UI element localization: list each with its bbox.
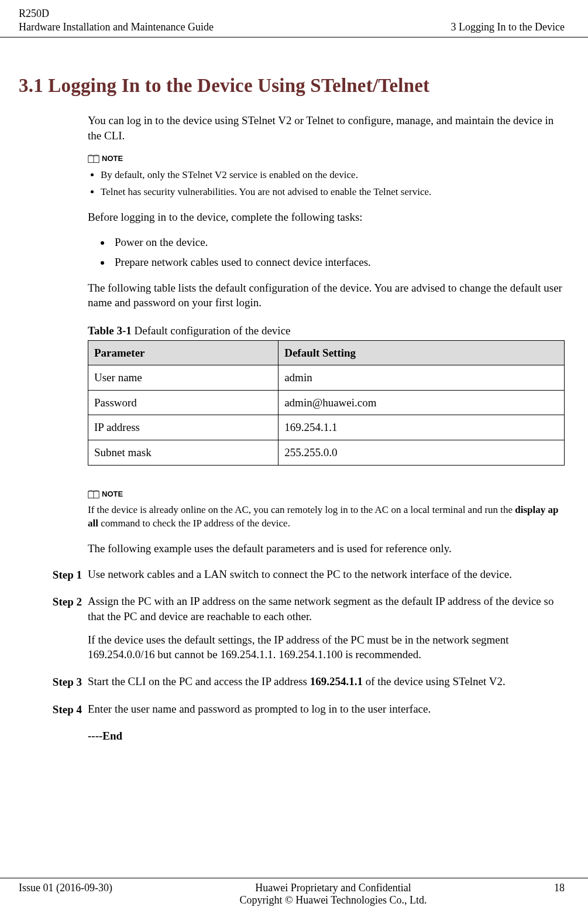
step-4: Step 4 Enter the user name and password … [88, 702, 565, 717]
step3-ip: 169.254.1.1 [310, 675, 363, 687]
guide-title: Hardware Installation and Maintenance Gu… [19, 20, 214, 34]
device-model: R250D [19, 7, 214, 20]
note-block-2: NOTE If the device is already online on … [88, 489, 565, 531]
footer-issue: Issue 01 (2016-09-30) [19, 882, 112, 894]
note-header: NOTE [88, 153, 565, 164]
note-block-1: NOTE By default, only the STelnet V2 ser… [88, 153, 565, 199]
footer-center: Huawei Proprietary and Confidential Copy… [112, 882, 554, 906]
step-body: Use network cables and a LAN switch to c… [88, 567, 565, 583]
page-header: R250D Hardware Installation and Maintena… [0, 0, 588, 37]
step1-para1: Use network cables and a LAN switch to c… [88, 567, 565, 582]
table-header-row: Parameter Default Setting [88, 340, 565, 365]
table-row: Password admin@huawei.com [88, 390, 565, 415]
header-left: R250D Hardware Installation and Maintena… [19, 7, 214, 33]
step2-para2: If the device uses the default settings,… [88, 632, 565, 662]
cell-param: Subnet mask [88, 440, 278, 466]
step-3: Step 3 Start the CLI on the PC and acces… [88, 674, 565, 690]
pre-tasks-list: Power on the device. Prepare network cab… [88, 235, 565, 269]
steps-list: Step 1 Use network cables and a LAN swit… [88, 567, 565, 744]
step-body: Enter the user name and password as prom… [88, 702, 565, 717]
step-1: Step 1 Use network cables and a LAN swit… [88, 567, 565, 583]
note-label: NOTE [102, 489, 123, 499]
chapter-title: 3 Logging In to the Device [451, 20, 565, 34]
note2-post: command to check the IP address of the d… [98, 518, 290, 529]
step-body: Assign the PC with an IP address on the … [88, 594, 565, 662]
end-marker: ----End [88, 728, 565, 744]
table-intro: The following table lists the default co… [88, 280, 565, 310]
cell-value: admin@huawei.com [278, 390, 565, 415]
step-body: Start the CLI on the PC and access the I… [88, 674, 565, 690]
step4-para1: Enter the user name and password as prom… [88, 702, 565, 717]
footer-proprietary: Huawei Proprietary and Confidential [112, 882, 554, 894]
cell-value: admin [278, 365, 565, 391]
table-row: Subnet mask 255.255.0.0 [88, 440, 565, 466]
header-right: 3 Logging In to the Device [451, 20, 565, 34]
table-row: User name admin [88, 365, 565, 391]
cell-param: IP address [88, 415, 278, 440]
cell-value: 255.255.0.0 [278, 440, 565, 466]
cell-param: Password [88, 390, 278, 415]
book-icon [88, 154, 99, 163]
col-header-default: Default Setting [278, 340, 565, 365]
page-footer: Issue 01 (2016-09-30) Huawei Proprietary… [0, 878, 588, 906]
table-caption-text: Default configuration of the device [132, 324, 291, 337]
table-row: IP address 169.254.1.1 [88, 415, 565, 440]
pre-tasks-intro: Before logging in to the device, complet… [88, 210, 565, 225]
step-label: Step 1 [13, 567, 82, 583]
step-label: Step 2 [13, 594, 82, 662]
content-area: You can log in to the device using STeln… [88, 113, 565, 744]
note-label: NOTE [102, 153, 123, 164]
step-label: Step 3 [13, 674, 82, 690]
cell-param: User name [88, 365, 278, 391]
config-table: Parameter Default Setting User name admi… [88, 340, 565, 466]
note2-pre: If the device is already online on the A… [88, 504, 515, 515]
note-header: NOTE [88, 489, 565, 499]
book-icon [88, 490, 99, 499]
intro-paragraph: You can log in to the device using STeln… [88, 113, 565, 143]
footer-copyright: Copyright © Huawei Technologies Co., Ltd… [112, 894, 554, 906]
step3-post: of the device using STelnet V2. [363, 675, 506, 687]
note2-text: If the device is already online on the A… [88, 504, 565, 531]
step-label: Step 4 [13, 702, 82, 717]
pre-task-0: Power on the device. [111, 235, 565, 250]
footer-page-number: 18 [554, 882, 565, 894]
table-caption: Table 3-1 Default configuration of the d… [88, 323, 565, 338]
step3-pre: Start the CLI on the PC and access the I… [88, 675, 310, 687]
note1-item-0: By default, only the STelnet V2 service … [101, 169, 565, 182]
table-caption-label: Table 3-1 [88, 324, 132, 337]
note1-item-1: Telnet has security vulnerabilities. You… [101, 186, 565, 199]
section-title: 3.1 Logging In to the Device Using STeln… [19, 75, 570, 97]
step2-para1: Assign the PC with an IP address on the … [88, 594, 565, 624]
col-header-parameter: Parameter [88, 340, 278, 365]
step-2: Step 2 Assign the PC with an IP address … [88, 594, 565, 662]
example-intro: The following example uses the default p… [88, 541, 565, 556]
cell-value: 169.254.1.1 [278, 415, 565, 440]
note1-list: By default, only the STelnet V2 service … [88, 169, 565, 199]
pre-task-1: Prepare network cables used to connect d… [111, 255, 565, 270]
